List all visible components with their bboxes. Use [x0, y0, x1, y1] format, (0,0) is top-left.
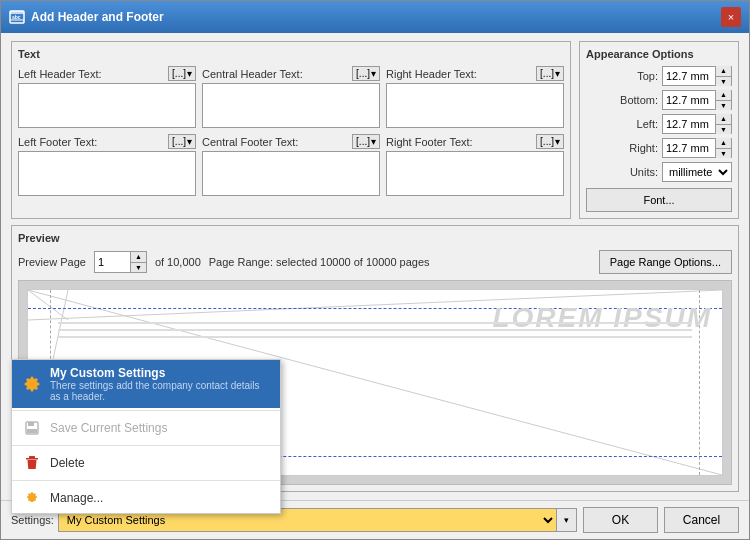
footer-fields-row: Left Footer Text: [...] ▾ Central Footer…	[18, 134, 564, 196]
preview-spin-up[interactable]: ▲	[130, 252, 146, 263]
appearance-section: Appearance Options Top: ▲ ▼ Bottom:	[579, 41, 739, 219]
text-section-label: Text	[18, 48, 564, 60]
top-input[interactable]	[663, 67, 715, 85]
left-input[interactable]	[663, 115, 715, 133]
save-settings-label: Save Current Settings	[50, 421, 167, 435]
save-icon	[22, 418, 42, 438]
bottom-input[interactable]	[663, 91, 715, 109]
left-footer-input[interactable]	[18, 151, 196, 196]
custom-settings-subtitle: There settings add the company contact d…	[50, 380, 270, 402]
svg-text:abc: abc	[12, 14, 21, 20]
central-header-insert-btn[interactable]: [...] ▾	[352, 66, 380, 81]
top-label: Top:	[637, 70, 658, 82]
page-range-text: Page Range: selected 10000 of 10000 page…	[209, 256, 591, 268]
left-footer-insert-btn[interactable]: [...] ▾	[168, 134, 196, 149]
separator-2	[12, 445, 280, 446]
bottom-row: Bottom: ▲ ▼	[586, 90, 732, 110]
preview-page-input[interactable]	[95, 252, 130, 272]
bottom-spin: ▲ ▼	[662, 90, 732, 110]
bottom-spin-down[interactable]: ▼	[715, 101, 731, 111]
bottom-label: Bottom:	[620, 94, 658, 106]
right-spin-down[interactable]: ▼	[715, 149, 731, 159]
left-spin: ▲ ▼	[662, 114, 732, 134]
dropdown-item-custom-settings[interactable]: My Custom Settings There settings add th…	[12, 360, 280, 408]
right-header-group: Right Header Text: [...] ▾	[386, 66, 564, 128]
central-footer-insert-btn[interactable]: [...] ▾	[352, 134, 380, 149]
svg-rect-12	[29, 456, 35, 458]
top-spin-up[interactable]: ▲	[715, 66, 731, 77]
central-footer-group: Central Footer Text: [...] ▾	[202, 134, 380, 196]
left-spin-btns: ▲ ▼	[715, 114, 731, 134]
preview-controls: Preview Page ▲ ▼ of 10,000 Page Range: s…	[18, 250, 732, 274]
left-footer-label-row: Left Footer Text: [...] ▾	[18, 134, 196, 149]
left-spin-down[interactable]: ▼	[715, 125, 731, 135]
right-header-insert-btn[interactable]: [...] ▾	[536, 66, 564, 81]
right-spin-up[interactable]: ▲	[715, 138, 731, 149]
dropdown-item-manage[interactable]: Manage...	[12, 483, 280, 513]
bottom-spin-btns: ▲ ▼	[715, 90, 731, 110]
cancel-button[interactable]: Cancel	[664, 507, 739, 533]
title-bar: abc Add Header and Footer ×	[1, 1, 749, 33]
central-header-label: Central Header Text:	[202, 68, 303, 80]
dropdown-item-save: Save Current Settings	[12, 413, 280, 443]
central-header-group: Central Header Text: [...] ▾	[202, 66, 380, 128]
delete-label: Delete	[50, 456, 85, 470]
top-spin-down[interactable]: ▼	[715, 77, 731, 87]
ok-button[interactable]: OK	[583, 507, 658, 533]
central-footer-label: Central Footer Text:	[202, 136, 298, 148]
content-line	[58, 322, 692, 324]
right-footer-insert-btn[interactable]: [...] ▾	[536, 134, 564, 149]
separator-3	[12, 480, 280, 481]
right-footer-group: Right Footer Text: [...] ▾	[386, 134, 564, 196]
right-header-label: Right Header Text:	[386, 68, 477, 80]
add-header-footer-dialog: abc Add Header and Footer × Text Left He…	[0, 0, 750, 540]
dropdown-item-delete[interactable]: Delete	[12, 448, 280, 478]
delete-icon	[22, 453, 42, 473]
manage-label: Manage...	[50, 491, 103, 505]
central-footer-input[interactable]	[202, 151, 380, 196]
right-header-input[interactable]	[386, 83, 564, 128]
dialog-title: Add Header and Footer	[31, 10, 164, 24]
central-header-input[interactable]	[202, 83, 380, 128]
top-spin: ▲ ▼	[662, 66, 732, 86]
central-header-label-row: Central Header Text: [...] ▾	[202, 66, 380, 81]
font-button[interactable]: Font...	[586, 188, 732, 212]
units-select[interactable]: millimeter inch point	[662, 162, 732, 182]
dropdown-menu: My Custom Settings There settings add th…	[11, 359, 281, 514]
text-section: Text Left Header Text: [...] ▾	[11, 41, 571, 219]
preview-spin-btns: ▲ ▼	[130, 252, 146, 272]
content-lines	[58, 322, 692, 343]
left-header-input[interactable]	[18, 83, 196, 128]
of-text: of 10,000	[155, 256, 201, 268]
left-footer-group: Left Footer Text: [...] ▾	[18, 134, 196, 196]
right-row: Right: ▲ ▼	[586, 138, 732, 158]
dialog-icon: abc	[9, 9, 25, 25]
right-header-label-row: Right Header Text: [...] ▾	[386, 66, 564, 81]
left-label: Left:	[637, 118, 658, 130]
settings-dropdown-btn[interactable]: ▾	[557, 508, 577, 532]
content-line	[58, 329, 692, 331]
left-header-label-row: Left Header Text: [...] ▾	[18, 66, 196, 81]
left-header-insert-btn[interactable]: [...] ▾	[168, 66, 196, 81]
left-header-group: Left Header Text: [...] ▾	[18, 66, 196, 128]
page-range-options-button[interactable]: Page Range Options...	[599, 250, 732, 274]
bottom-spin-up[interactable]: ▲	[715, 90, 731, 101]
close-button[interactable]: ×	[721, 7, 741, 27]
title-bar-left: abc Add Header and Footer	[9, 9, 164, 25]
right-footer-input[interactable]	[386, 151, 564, 196]
left-header-label: Left Header Text:	[18, 68, 102, 80]
custom-settings-title: My Custom Settings	[50, 366, 270, 380]
content-line	[58, 336, 692, 338]
right-spin-btns: ▲ ▼	[715, 138, 731, 158]
left-row: Left: ▲ ▼	[586, 114, 732, 134]
left-footer-label: Left Footer Text:	[18, 136, 97, 148]
left-spin-up[interactable]: ▲	[715, 114, 731, 125]
custom-settings-content: My Custom Settings There settings add th…	[50, 366, 270, 402]
central-footer-label-row: Central Footer Text: [...] ▾	[202, 134, 380, 149]
top-spin-btns: ▲ ▼	[715, 66, 731, 86]
units-label: Units:	[630, 166, 658, 178]
settings-label: Settings:	[11, 514, 54, 526]
preview-spin-down[interactable]: ▼	[130, 263, 146, 273]
right-input[interactable]	[663, 139, 715, 157]
preview-page-label: Preview Page	[18, 256, 86, 268]
